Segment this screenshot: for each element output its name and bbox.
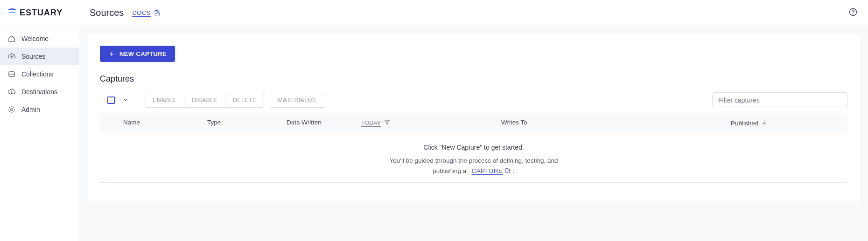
- empty-state: Click "New Capture" to get started. You'…: [100, 132, 847, 183]
- home-icon: [7, 34, 16, 43]
- nav-list: Welcome Sources Collections Destinations…: [0, 26, 79, 118]
- toolbar: ENABLE DISABLE DELETE MATERIALIZE: [100, 92, 847, 108]
- plus-icon: [108, 51, 115, 57]
- empty-sub-line1: You'll be guided through the process of …: [390, 157, 558, 164]
- svg-point-1: [11, 109, 13, 111]
- sidebar-item-label: Welcome: [21, 35, 49, 42]
- select-menu-toggle[interactable]: [119, 95, 132, 106]
- sidebar-item-destinations[interactable]: Destinations: [0, 83, 79, 101]
- section-title: Captures: [100, 74, 847, 84]
- external-link-icon: [504, 167, 511, 174]
- column-writes-to[interactable]: Writes To: [501, 119, 731, 127]
- cloud-upload-icon: [7, 52, 16, 61]
- empty-sub-prefix: publishing a: [433, 167, 466, 174]
- page-title: Sources: [90, 7, 124, 18]
- table-header: Name Type Data Written TODAY Writes To P…: [100, 114, 847, 132]
- collections-icon: [7, 70, 16, 78]
- sidebar-item-sources[interactable]: Sources: [0, 48, 79, 65]
- help-circle-icon: [848, 7, 858, 17]
- brand-logo[interactable]: ESTUARY: [7, 7, 63, 19]
- column-published-label: Published: [731, 120, 758, 127]
- brand-name: ESTUARY: [20, 8, 63, 18]
- logo-area: ESTUARY: [0, 0, 79, 26]
- sidebar: ESTUARY Welcome Sources Collections Dest…: [0, 0, 79, 241]
- cloud-download-icon: [7, 88, 16, 96]
- sidebar-item-label: Sources: [21, 53, 45, 60]
- chevron-down-icon: [122, 96, 129, 103]
- column-type[interactable]: Type: [207, 119, 287, 127]
- external-link-icon: [154, 9, 161, 16]
- sidebar-item-collections[interactable]: Collections: [0, 65, 79, 83]
- new-capture-label: NEW CAPTURE: [119, 50, 167, 57]
- disable-button[interactable]: DISABLE: [184, 93, 225, 108]
- docs-link-label: DOCS: [132, 9, 151, 16]
- column-name[interactable]: Name: [123, 119, 207, 127]
- materialize-button[interactable]: MATERIALIZE: [270, 93, 325, 108]
- column-data-written[interactable]: Data Written: [287, 119, 361, 127]
- delete-button[interactable]: DELETE: [225, 93, 264, 108]
- sidebar-item-label: Admin: [21, 106, 40, 113]
- estuary-logo-icon: [7, 7, 17, 19]
- svg-point-3: [853, 14, 854, 14]
- gear-icon: [7, 105, 16, 114]
- today-filter[interactable]: TODAY: [361, 120, 381, 126]
- captures-card: NEW CAPTURE Captures ENABLE DISABLE DELE…: [88, 34, 860, 201]
- sidebar-item-welcome[interactable]: Welcome: [0, 30, 79, 48]
- empty-lead: Click "New Capture" to get started.: [100, 144, 847, 151]
- enable-button[interactable]: ENABLE: [145, 93, 184, 108]
- docs-link[interactable]: DOCS: [132, 9, 161, 16]
- help-button[interactable]: [848, 7, 858, 18]
- filter-captures-input[interactable]: [712, 92, 847, 108]
- sidebar-item-admin[interactable]: Admin: [0, 101, 79, 118]
- topbar: Sources DOCS: [79, 0, 868, 26]
- sidebar-item-label: Collections: [21, 70, 53, 78]
- sidebar-item-label: Destinations: [21, 88, 57, 96]
- filter-icon[interactable]: [384, 119, 391, 127]
- empty-sub-suffix: .: [513, 167, 515, 174]
- new-capture-button[interactable]: NEW CAPTURE: [100, 46, 175, 62]
- select-all-checkbox[interactable]: [107, 96, 115, 104]
- sort-descending-icon: [761, 119, 767, 127]
- column-published[interactable]: Published: [731, 119, 847, 127]
- capture-docs-link[interactable]: CAPTURE: [472, 166, 511, 176]
- capture-link-label: CAPTURE: [472, 166, 503, 176]
